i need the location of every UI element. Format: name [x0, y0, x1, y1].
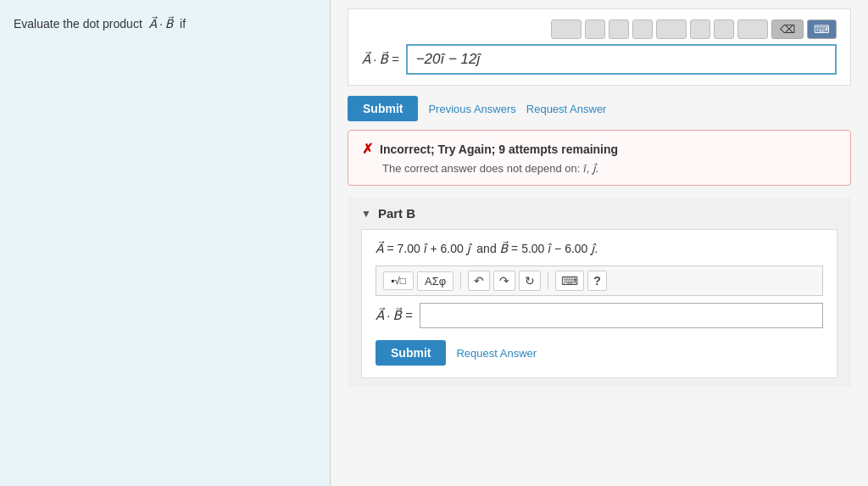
reset-button[interactable]: ↻: [519, 271, 541, 291]
undo-button[interactable]: ↶: [468, 271, 490, 291]
toolbar-placeholder-8[interactable]: [737, 20, 768, 39]
help-button[interactable]: ?: [587, 271, 607, 291]
error-header-text: Incorrect; Try Again; 9 attempts remaini…: [380, 142, 618, 156]
toolbar-placeholder-2[interactable]: [585, 20, 605, 39]
greek-button[interactable]: ΑΣφ: [417, 271, 453, 291]
toolbar-placeholder-7[interactable]: [714, 20, 734, 39]
part-b-chevron-icon: ▼: [361, 208, 371, 220]
part-a-action-row: Submit Previous Answers Request Answer: [348, 96, 851, 121]
toolbar-placeholder-6[interactable]: [690, 20, 710, 39]
backspace-icon: ⌫: [780, 23, 795, 36]
toolbar-separator: [460, 272, 461, 289]
error-detail: The correct answer does not depend on: î…: [382, 162, 837, 175]
keyboard-icon: ⌨: [814, 23, 830, 36]
part-a-submit-button[interactable]: Submit: [348, 96, 418, 121]
part-a-content: ⌫ ⌨ A⃗ · B⃗ =: [348, 8, 851, 86]
part-a-equation-row: A⃗ · B⃗ =: [362, 44, 837, 75]
part-b-answer-input[interactable]: [420, 303, 823, 328]
part-a-equation-label: A⃗ · B⃗ =: [362, 52, 399, 67]
error-header: ✗ Incorrect; Try Again; 9 attempts remai…: [362, 141, 837, 157]
part-b-inner: A⃗ = 7.00 î + 6.00 ĵ̣ and B⃗ = 5.00 î − …: [361, 229, 837, 378]
part-a-previous-answers-button[interactable]: Previous Answers: [428, 103, 515, 115]
part-b-section: ▼ Part B A⃗ = 7.00 î + 6.00 ĵ̣ and B⃗ = …: [348, 198, 851, 387]
part-b-request-answer-button[interactable]: Request Answer: [456, 347, 537, 360]
keyboard-button[interactable]: ⌨: [807, 20, 837, 39]
backspace-button[interactable]: ⌫: [771, 20, 804, 39]
redo-button[interactable]: ↷: [493, 271, 515, 291]
toolbar-placeholder-1[interactable]: [551, 20, 581, 39]
part-b-header[interactable]: ▼ Part B: [361, 206, 837, 221]
part-a-error-box: ✗ Incorrect; Try Again; 9 attempts remai…: [348, 130, 851, 186]
part-a-toolbar: ⌫ ⌨: [362, 20, 837, 39]
part-a-answer-input[interactable]: [406, 44, 837, 75]
toolbar-placeholder-3[interactable]: [609, 20, 629, 39]
toolbar-separator-2: [548, 272, 548, 289]
part-b-input-row: A⃗ · B⃗ =: [376, 303, 823, 328]
part-b-equation-label: A⃗ · B⃗ =: [376, 308, 413, 323]
toolbar-placeholder-4[interactable]: [632, 20, 653, 39]
left-panel: Evaluate the dot product A⃗ · B⃗ if: [0, 0, 331, 486]
part-b-submit-row: Submit Request Answer: [376, 340, 823, 366]
instruction-text: Evaluate the dot product A⃗ · B⃗ if: [14, 17, 316, 31]
part-b-description: A⃗ = 7.00 î + 6.00 ĵ̣ and B⃗ = 5.00 î − …: [376, 242, 823, 255]
matrix-sqrt-button[interactable]: ▪√□: [383, 271, 414, 290]
part-b-label: Part B: [378, 206, 415, 221]
part-a-request-answer-button[interactable]: Request Answer: [526, 103, 607, 115]
right-panel: ⌫ ⌨ A⃗ · B⃗ = Submit Previous Answers Re…: [331, 0, 868, 486]
error-icon: ✗: [362, 141, 373, 157]
part-b-keyboard-button[interactable]: ⌨: [555, 271, 584, 291]
toolbar-placeholder-5[interactable]: [656, 20, 687, 39]
part-b-math-toolbar: ▪√□ ΑΣφ ↶ ↷ ↻ ⌨ ?: [376, 265, 823, 296]
part-b-submit-button[interactable]: Submit: [376, 340, 446, 366]
